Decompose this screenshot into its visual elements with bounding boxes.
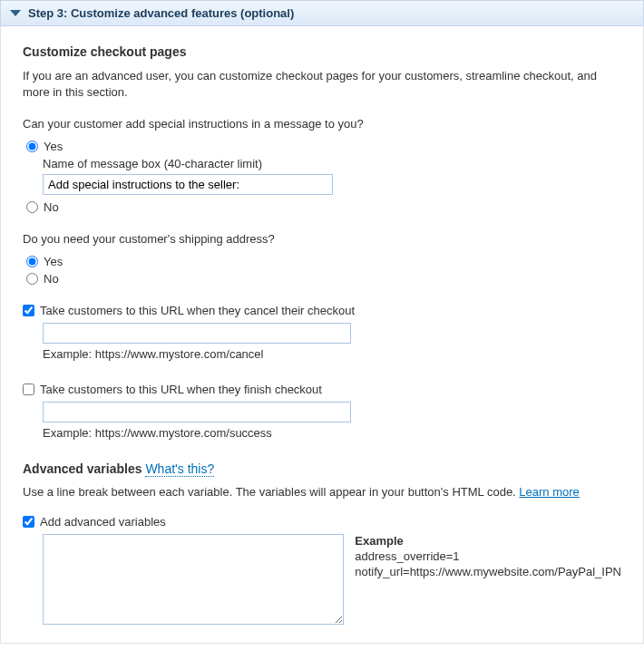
shipping-yes-label[interactable]: Yes — [44, 255, 63, 268]
checkout-heading: Customize checkout pages — [23, 44, 621, 59]
shipping-no-label[interactable]: No — [44, 272, 59, 286]
shipping-no-radio[interactable] — [26, 273, 38, 285]
advanced-heading: Advanced variables What's this? — [23, 461, 621, 476]
radio-no-row: No — [23, 200, 621, 214]
special-instructions-no-label[interactable]: No — [44, 200, 59, 214]
cancel-url-checkbox-row: Take customers to this URL when they can… — [23, 304, 621, 317]
shipping-yes-row: Yes — [23, 255, 621, 268]
finish-url-example: Example: https://www.mystore.com/success — [43, 426, 621, 440]
chevron-down-icon — [10, 10, 21, 16]
finish-url-checkbox-row: Take customers to this URL when they fin… — [23, 383, 621, 396]
cancel-url-label[interactable]: Take customers to this URL when they can… — [40, 304, 355, 317]
advanced-vars-row: Example address_override=1 notify_url=ht… — [23, 534, 621, 625]
step-header[interactable]: Step 3: Customize advanced features (opt… — [0, 0, 644, 26]
finish-url-label[interactable]: Take customers to this URL when they fin… — [40, 383, 322, 396]
special-instructions-yes-label[interactable]: Yes — [44, 140, 63, 153]
shipping-question: Do you need your customer's shipping add… — [23, 232, 621, 246]
learn-more-link[interactable]: Learn more — [519, 485, 579, 499]
checkout-description: If you are an advanced user, you can cus… — [23, 68, 621, 101]
radio-yes-row: Yes — [23, 140, 621, 153]
message-box-label: Name of message box (40-character limit) — [43, 157, 621, 170]
whats-this-link[interactable]: What's this? — [145, 461, 214, 477]
add-advanced-checkbox[interactable] — [23, 516, 34, 528]
step-content: Customize checkout pages If you are an a… — [0, 26, 644, 644]
message-box-input[interactable] — [43, 174, 333, 195]
special-instructions-group: Yes Name of message box (40-character li… — [23, 140, 621, 214]
special-instructions-no-radio[interactable] — [26, 201, 38, 213]
special-instructions-yes-radio[interactable] — [26, 141, 38, 152]
shipping-yes-radio[interactable] — [26, 256, 38, 267]
add-advanced-label[interactable]: Add advanced variables — [40, 515, 166, 529]
example-line-2: notify_url=https://www.mywebsite.com/Pay… — [355, 565, 621, 578]
advanced-vars-textarea[interactable] — [43, 534, 344, 625]
shipping-group: Yes No — [23, 255, 621, 286]
example-title: Example — [355, 534, 621, 548]
cancel-url-input[interactable] — [43, 323, 351, 344]
cancel-url-group: Take customers to this URL when they can… — [23, 304, 621, 361]
finish-url-group: Take customers to this URL when they fin… — [23, 383, 621, 440]
add-advanced-checkbox-row: Add advanced variables — [23, 515, 621, 529]
advanced-description: Use a line break between each variable. … — [23, 485, 621, 499]
advanced-description-text: Use a line break between each variable. … — [23, 485, 519, 499]
shipping-no-row: No — [23, 272, 621, 286]
example-line-1: address_override=1 — [355, 549, 621, 563]
finish-url-input[interactable] — [43, 402, 351, 422]
cancel-url-checkbox[interactable] — [23, 305, 34, 316]
special-instructions-question: Can your customer add special instructio… — [23, 117, 621, 131]
step-title: Step 3: Customize advanced features (opt… — [28, 6, 294, 20]
advanced-example-block: Example address_override=1 notify_url=ht… — [355, 534, 621, 580]
message-box-nested: Name of message box (40-character limit) — [23, 157, 621, 195]
finish-url-checkbox[interactable] — [23, 384, 34, 395]
advanced-heading-text: Advanced variables — [23, 461, 142, 476]
cancel-url-example: Example: https://www.mystore.com/cancel — [43, 347, 621, 361]
